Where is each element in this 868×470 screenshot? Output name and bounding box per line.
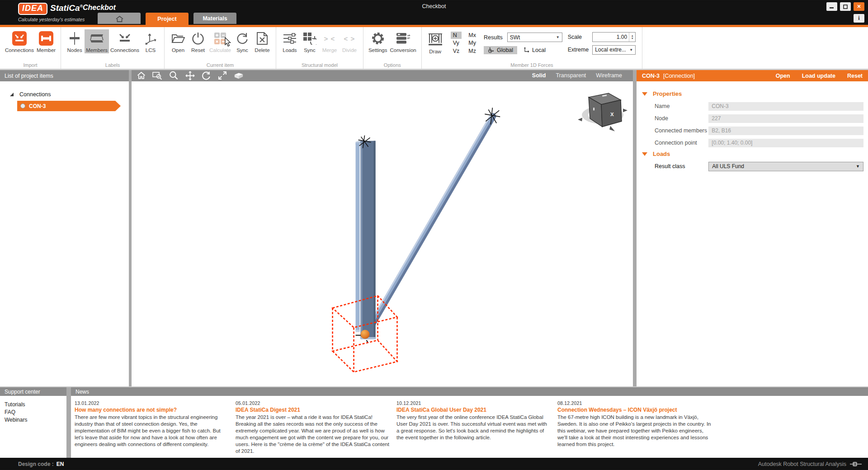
import-connections-button[interactable]: Connections (4, 29, 35, 53)
connected-members-field[interactable]: B2, B16 (708, 127, 863, 135)
nodes-icon (68, 31, 81, 46)
connection-node-icon (20, 103, 25, 108)
local-toggle[interactable]: Local (519, 46, 550, 54)
link-tutorials[interactable]: Tutorials (5, 401, 62, 408)
rotate-button[interactable] (201, 71, 211, 80)
loads-section-header[interactable]: Loads (642, 150, 863, 157)
support-center-panel: Support center Tutorials FAQ Webinars (0, 387, 66, 458)
link-webinars[interactable]: Webinars (5, 417, 62, 423)
article-title[interactable]: IDEA StatiCa Global User Day 2021 (396, 407, 551, 413)
chevron-down-icon: ▼ (629, 48, 633, 52)
loads-button[interactable]: Loads (280, 29, 300, 53)
draw-button[interactable]: Draw (425, 31, 445, 55)
rotate-icon (202, 71, 211, 80)
force-vy[interactable]: Vy (451, 39, 462, 47)
open-connection-button[interactable]: Open (776, 73, 790, 79)
tab-home[interactable] (98, 13, 141, 24)
mouse-cursor (225, 37, 231, 47)
load-update-button[interactable]: Load update (802, 73, 835, 79)
tab-project[interactable]: Project (146, 13, 189, 25)
mode-solid[interactable]: Solid (532, 72, 546, 79)
global-toggle[interactable]: Global (484, 46, 517, 54)
viewport-3d[interactable]: Solid Transparent Wireframe (132, 70, 633, 386)
labels-members-button[interactable]: Members (85, 29, 109, 53)
labels-connections-button[interactable]: Connections (109, 29, 141, 53)
open-button[interactable]: Open (168, 29, 188, 53)
reset-connection-button[interactable]: Reset (847, 73, 863, 79)
tree-node-connections[interactable]: Connections (0, 89, 129, 99)
extreme-select[interactable]: Local extre...▼ (592, 45, 636, 55)
design-code-value[interactable]: EN (57, 461, 64, 467)
group-label-options: Options (363, 62, 421, 68)
labels-nodes-button[interactable]: Nodes (65, 29, 85, 53)
collapse-icon (642, 152, 647, 156)
article-date: 05.01.2022 (236, 400, 390, 406)
article-title[interactable]: How many connections are not simple? (75, 407, 229, 413)
reset-icon (192, 31, 204, 46)
article-date: 08.12.2021 (557, 400, 712, 406)
zoom-window-button[interactable] (152, 71, 162, 80)
model-canvas[interactable]: x (132, 81, 633, 386)
ribbon-group-structural-model: Loads Sync > < Merge < > Divide Structur… (276, 27, 363, 69)
zoom-window-icon (152, 71, 162, 80)
delete-icon (256, 31, 268, 46)
node-field[interactable]: 227 (708, 114, 863, 123)
home-icon (137, 71, 146, 80)
connection-point-field[interactable]: [0.00; 1.40; 0.00] (708, 139, 863, 147)
tab-materials[interactable]: Materials (193, 13, 236, 24)
view-cube[interactable]: x (578, 93, 627, 131)
result-class-select[interactable]: All ULS Fund ▼ (708, 162, 863, 171)
link-faq[interactable]: FAQ (5, 409, 62, 415)
force-mz[interactable]: Mz (466, 47, 478, 55)
delete-button[interactable]: Delete (252, 29, 272, 53)
connection-title: CON-3 (642, 73, 660, 79)
article-title[interactable]: Connection Wednesdays – ICON Växjö proje… (557, 407, 712, 413)
article-title[interactable]: IDEA StatiCa Digest 2021 (236, 407, 390, 413)
solid-box-button[interactable] (234, 71, 244, 80)
sync-current-button[interactable]: Sync (232, 29, 252, 53)
force-mx[interactable]: Mx (466, 32, 478, 39)
design-code-label: Design code : (18, 461, 54, 467)
mode-wireframe[interactable]: Wireframe (596, 72, 622, 79)
extreme-label: Extreme (568, 47, 589, 53)
home-view-button[interactable] (136, 71, 146, 80)
minimize-button[interactable] (826, 2, 837, 11)
tree-item-con-3[interactable]: CON-3 (17, 101, 121, 111)
properties-panel: CON-3 [Connection] Open Load update Rese… (637, 70, 868, 386)
chevron-down-icon: ▼ (856, 164, 860, 169)
conversion-button[interactable]: Conversion (389, 29, 418, 53)
zoom-fit-button[interactable] (217, 71, 227, 80)
name-field[interactable]: CON-3 (708, 102, 863, 111)
project-items-header: List of project items (0, 70, 129, 81)
reset-button[interactable]: Reset (188, 29, 208, 53)
mode-transparent[interactable]: Transparent (556, 72, 586, 79)
zoom-button[interactable] (169, 71, 179, 80)
results-select[interactable]: SWt▼ (507, 33, 562, 42)
panel-splitter-right[interactable] (633, 70, 637, 386)
force-my[interactable]: My (466, 39, 478, 47)
expander-icon[interactable] (10, 93, 14, 96)
member-b16-brace (369, 114, 493, 326)
maximize-button[interactable] (840, 2, 851, 11)
spinner-arrows[interactable]: ▲▼ (629, 33, 635, 42)
scale-input[interactable]: 1.00 ▲▼ (592, 32, 636, 42)
sync-structural-button[interactable]: Sync (300, 29, 320, 53)
gear-icon (371, 31, 385, 46)
settings-button[interactable]: Settings (367, 29, 389, 53)
tab-strip: Project Materials (98, 13, 236, 25)
property-row-connection-point: Connection point [0.00; 1.40; 0.00] (655, 138, 863, 147)
divide-button[interactable]: < > Divide (340, 29, 359, 53)
news-panel: News 13.01.2022 How many connections are… (71, 387, 868, 458)
merge-icon: > < (324, 31, 335, 46)
info-button[interactable]: i (854, 14, 864, 23)
force-n[interactable]: N (451, 32, 462, 39)
pan-button[interactable] (185, 71, 195, 80)
article-body: The very first year of the online confer… (396, 414, 551, 441)
connection-subtitle: [Connection] (663, 73, 695, 79)
force-vz[interactable]: Vz (451, 47, 462, 55)
labels-lcs-button[interactable]: LCS (141, 29, 160, 53)
close-button[interactable]: ✕ (854, 2, 864, 11)
merge-button[interactable]: > < Merge (320, 29, 340, 53)
properties-section-header[interactable]: Properties (642, 90, 863, 97)
import-member-button[interactable]: Member (35, 29, 57, 53)
